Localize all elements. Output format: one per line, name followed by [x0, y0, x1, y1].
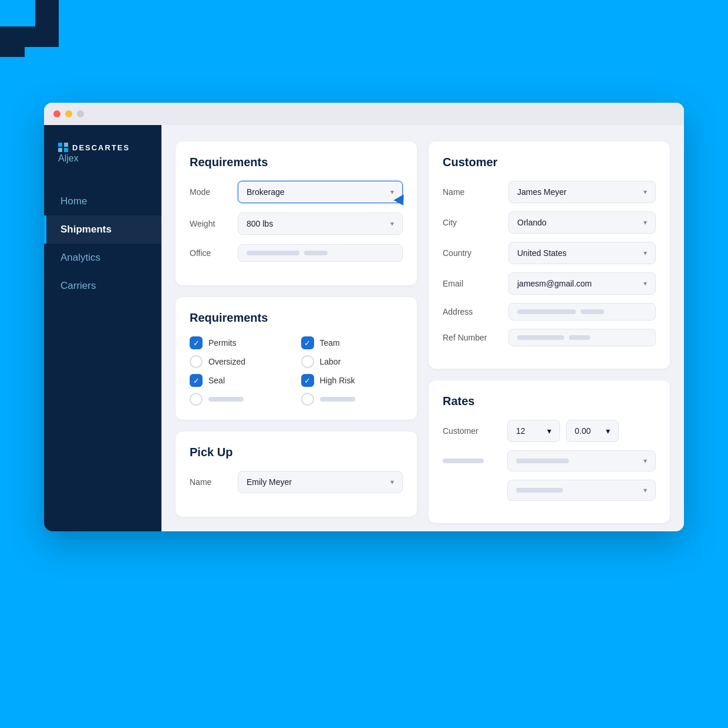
sidebar: DESCARTES Aljex Home Shipments Analytics…: [44, 125, 161, 531]
labor-label: Labor: [320, 357, 341, 366]
permits-checkbox[interactable]: ✓: [190, 336, 203, 349]
rates-value1: 12: [516, 426, 525, 436]
oversized-checkbox[interactable]: [190, 355, 203, 368]
placeholder-row-2: [301, 393, 403, 406]
window-body: DESCARTES Aljex Home Shipments Analytics…: [44, 125, 684, 531]
rates-placeholder-row-2: ▾: [443, 480, 656, 501]
permits-row: ✓ Permits: [190, 336, 292, 349]
placeholder-checkbox-1: [190, 393, 203, 406]
customer-email-label: Email: [443, 279, 501, 288]
customer-city-chevron-icon: ▾: [643, 218, 647, 227]
rates-value2-dropdown[interactable]: 0.00 ▾: [566, 420, 619, 442]
customer-address-field[interactable]: [508, 303, 656, 321]
seal-label: Seal: [208, 376, 225, 385]
close-button[interactable]: [53, 110, 60, 117]
customer-ref-label: Ref Number: [443, 333, 501, 342]
rates-v1-chevron-icon: ▾: [547, 426, 551, 436]
minimize-button[interactable]: [65, 110, 72, 117]
permits-label: Permits: [208, 338, 236, 348]
rates-card: Rates Customer 12 ▾ 0.00 ▾: [429, 380, 670, 523]
customer-country-chevron-icon: ▾: [643, 249, 647, 257]
address-placeholder-2: [581, 309, 604, 314]
app-window: DESCARTES Aljex Home Shipments Analytics…: [44, 103, 684, 531]
title-bar: [44, 103, 684, 125]
weight-label: Weight: [190, 219, 231, 228]
customer-email-dropdown[interactable]: jamesm@gmail.com ▾: [508, 272, 656, 295]
labor-row: Labor: [301, 355, 403, 368]
rates-pl-chevron-2: ▾: [643, 486, 647, 494]
rates-value1-dropdown[interactable]: 12 ▾: [507, 420, 560, 442]
mode-row: Mode Brokerage ▾: [190, 181, 403, 203]
rates-pl-bar-1: [443, 459, 484, 463]
high-risk-row: ✓ High Risk: [301, 374, 403, 387]
logo-sq-3: [58, 148, 62, 152]
customer-name-row: Name James Meyer ▾: [443, 181, 656, 203]
customer-email-row: Email jamesm@gmail.com ▾: [443, 272, 656, 295]
team-row: ✓ Team: [301, 336, 403, 349]
requirements-title-1: Requirements: [190, 156, 403, 169]
mode-dropdown[interactable]: Brokerage ▾: [238, 181, 403, 203]
rates-pl-chevron-1: ▾: [643, 457, 647, 465]
left-column: Requirements Mode Brokerage ▾ Weight: [176, 141, 417, 523]
office-field[interactable]: [238, 244, 403, 262]
placeholder-row-1: [190, 393, 292, 406]
seal-checkbox[interactable]: ✓: [190, 374, 203, 387]
customer-address-label: Address: [443, 307, 501, 316]
sidebar-item-analytics[interactable]: Analytics: [44, 244, 161, 272]
customer-email-value: jamesm@gmail.com: [517, 279, 592, 288]
sidebar-item-shipments[interactable]: Shipments: [44, 215, 161, 244]
customer-ref-row: Ref Number: [443, 329, 656, 346]
checkbox-grid: ✓ Permits ✓ Team Oversized: [190, 336, 403, 406]
high-risk-checkbox[interactable]: ✓: [301, 374, 314, 387]
maximize-button[interactable]: [77, 110, 84, 117]
customer-city-value: Orlando: [517, 218, 547, 227]
rates-pl-val-2: [516, 488, 563, 493]
ref-placeholder-2: [569, 335, 590, 340]
office-placeholder-bar-1: [247, 251, 299, 255]
high-risk-label: High Risk: [320, 376, 355, 385]
team-checkbox[interactable]: ✓: [301, 336, 314, 349]
weight-chevron-icon: ▾: [390, 220, 394, 228]
customer-country-value: United States: [517, 248, 567, 258]
customer-address-row: Address: [443, 303, 656, 321]
rates-placeholder-field-2[interactable]: ▾: [507, 480, 656, 501]
weight-dropdown[interactable]: 800 lbs ▾: [238, 213, 403, 235]
customer-city-row: City Orlando ▾: [443, 211, 656, 234]
customer-email-chevron-icon: ▾: [643, 279, 647, 288]
rates-title: Rates: [443, 395, 656, 408]
pickup-title: Pick Up: [190, 446, 403, 459]
placeholder-label-1: [208, 397, 244, 402]
customer-name-dropdown[interactable]: James Meyer ▾: [508, 181, 656, 203]
customer-name-value: James Meyer: [517, 187, 567, 197]
sidebar-item-carriers[interactable]: Carriers: [44, 272, 161, 300]
sidebar-item-home[interactable]: Home: [44, 187, 161, 215]
pickup-name-value: Emily Meyer: [247, 477, 292, 487]
customer-country-row: Country United States ▾: [443, 242, 656, 264]
labor-checkbox[interactable]: [301, 355, 314, 368]
office-label: Office: [190, 248, 231, 258]
mode-label: Mode: [190, 187, 231, 197]
rates-placeholder-label-1: [443, 459, 501, 463]
requirements-card-2: Requirements ✓ Permits ✓ Team: [176, 297, 417, 420]
office-placeholder-bar-2: [304, 251, 328, 255]
oversized-label: Oversized: [208, 357, 245, 366]
logo-area: DESCARTES Aljex: [44, 143, 161, 187]
pickup-name-chevron-icon: ▾: [390, 478, 394, 486]
right-column: Customer Name James Meyer ▾ City Orlan: [429, 141, 670, 523]
customer-name-chevron-icon: ▾: [643, 188, 647, 196]
customer-ref-field[interactable]: [508, 329, 656, 346]
rates-placeholder-field-1[interactable]: ▾: [507, 450, 656, 471]
cursor-arrow-icon: [393, 194, 408, 208]
brand-name: DESCARTES: [72, 143, 130, 152]
oversized-row: Oversized: [190, 355, 292, 368]
weight-value: 800 lbs: [247, 219, 273, 228]
customer-city-dropdown[interactable]: Orlando ▾: [508, 211, 656, 234]
rates-customer-row: Customer 12 ▾ 0.00 ▾: [443, 420, 656, 442]
logo-sq-1: [58, 143, 62, 147]
customer-city-label: City: [443, 218, 501, 227]
customer-country-dropdown[interactable]: United States ▾: [508, 242, 656, 264]
logo-icon: [58, 143, 69, 152]
bg-square-cyan: [0, 0, 35, 26]
pickup-name-dropdown[interactable]: Emily Meyer ▾: [238, 471, 403, 493]
ref-placeholder-1: [517, 335, 564, 340]
